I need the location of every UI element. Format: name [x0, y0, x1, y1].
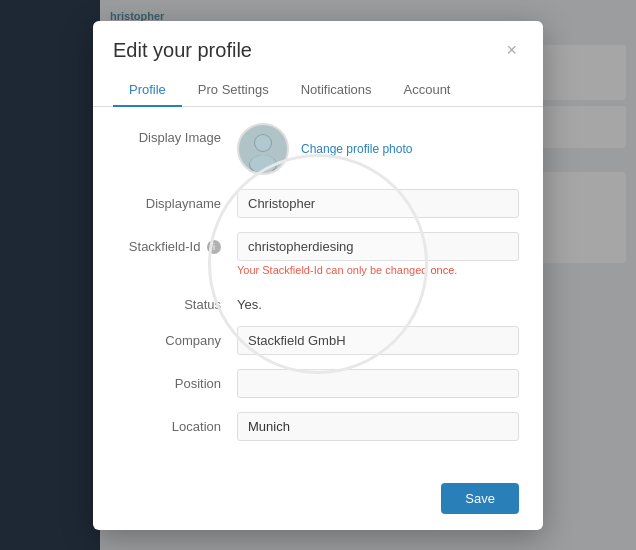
displayname-control	[237, 189, 519, 218]
modal-title: Edit your profile	[113, 39, 252, 62]
stackfield-id-control: Your Stackfield-Id can only be changed o…	[237, 232, 519, 276]
svg-point-2	[255, 135, 271, 151]
location-input[interactable]	[237, 412, 519, 441]
company-control	[237, 326, 519, 355]
stackfield-id-input[interactable]	[237, 232, 519, 261]
position-input[interactable]	[237, 369, 519, 398]
position-control	[237, 369, 519, 398]
displayname-label: Displayname	[117, 189, 237, 211]
modal-header: Edit your profile ×	[93, 21, 543, 62]
position-row: Position	[117, 369, 519, 398]
stackfield-id-label: Stackfield-Id i	[117, 232, 237, 255]
tab-pro-settings[interactable]: Pro Settings	[182, 74, 285, 107]
close-button[interactable]: ×	[500, 39, 523, 61]
location-control	[237, 412, 519, 441]
tab-profile[interactable]: Profile	[113, 74, 182, 107]
save-button[interactable]: Save	[441, 483, 519, 514]
status-row: Status Yes.	[117, 290, 519, 312]
modal-body: Display Image Change profile photo	[93, 107, 543, 475]
avatar	[237, 123, 289, 175]
svg-point-3	[250, 155, 276, 171]
company-row: Company	[117, 326, 519, 355]
tab-account[interactable]: Account	[388, 74, 467, 107]
edit-profile-modal: Edit your profile × Profile Pro Settings…	[93, 21, 543, 530]
status-control: Yes.	[237, 290, 519, 312]
change-photo-link[interactable]: Change profile photo	[301, 142, 412, 156]
display-image-label: Display Image	[117, 123, 237, 145]
status-value: Yes.	[237, 290, 519, 312]
profile-image-control: Change profile photo	[237, 123, 519, 175]
profile-image-row: Display Image Change profile photo	[117, 123, 519, 175]
stackfield-id-info-icon[interactable]: i	[207, 240, 221, 254]
displayname-row: Displayname	[117, 189, 519, 218]
location-label: Location	[117, 412, 237, 434]
modal-overlay: Edit your profile × Profile Pro Settings…	[0, 0, 636, 550]
stackfield-id-error: Your Stackfield-Id can only be changed o…	[237, 264, 519, 276]
status-label: Status	[117, 290, 237, 312]
modal-footer: Save	[93, 475, 543, 530]
displayname-input[interactable]	[237, 189, 519, 218]
tab-notifications[interactable]: Notifications	[285, 74, 388, 107]
tab-bar: Profile Pro Settings Notifications Accou…	[93, 74, 543, 107]
company-label: Company	[117, 326, 237, 348]
location-row: Location	[117, 412, 519, 441]
stackfield-id-row: Stackfield-Id i Your Stackfield-Id can o…	[117, 232, 519, 276]
avatar-svg	[241, 127, 285, 171]
company-input[interactable]	[237, 326, 519, 355]
position-label: Position	[117, 369, 237, 391]
